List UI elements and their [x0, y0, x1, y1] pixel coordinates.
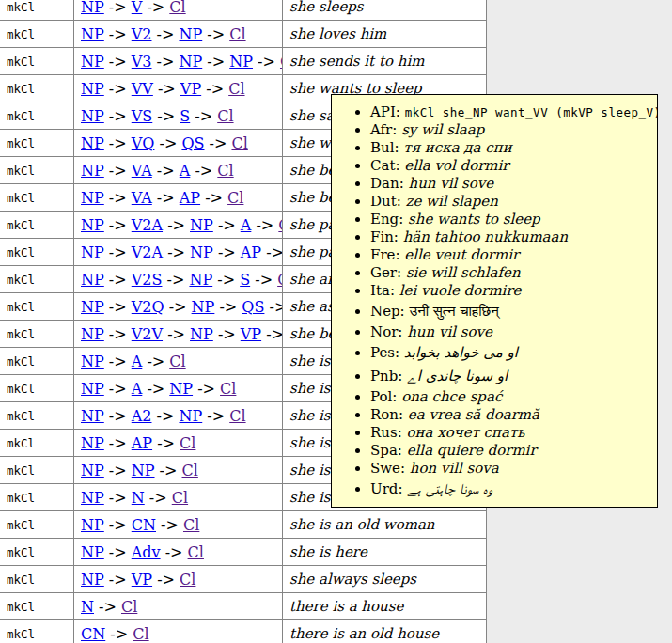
category-link-np[interactable]: NP [81, 134, 104, 152]
category-link-np[interactable]: NP [179, 25, 202, 43]
category-link-cl[interactable]: Cl [228, 80, 244, 98]
category-link-np[interactable]: NP [81, 271, 104, 289]
category-link-cl[interactable]: Cl [220, 380, 236, 398]
category-link-v2q[interactable]: V2Q [132, 298, 164, 316]
category-link-cl[interactable]: Cl [278, 216, 282, 234]
category-link-s[interactable]: S [240, 271, 250, 289]
category-link-cl[interactable]: Cl [188, 543, 204, 561]
category-link-np[interactable]: NP [190, 216, 213, 234]
category-link-np[interactable]: NP [229, 53, 253, 71]
category-link-np[interactable]: NP [81, 353, 104, 370]
category-link-qs[interactable]: QS [242, 298, 264, 316]
category-link-np[interactable]: NP [132, 462, 155, 479]
category-link-v2v[interactable]: V2V [132, 325, 163, 343]
category-link-np[interactable]: NP [81, 80, 104, 98]
category-link-np[interactable]: NP [81, 543, 104, 561]
category-link-cl[interactable]: Cl [180, 571, 195, 588]
category-link-np[interactable]: NP [81, 162, 104, 180]
category-link-np[interactable]: NP [192, 298, 215, 316]
translation-item: Cat: ella vol dormir [370, 157, 653, 175]
example-sentence-cell: she is here [283, 539, 487, 566]
category-link-np[interactable]: NP [81, 53, 104, 71]
category-link-v3[interactable]: V3 [132, 53, 152, 71]
category-link-cl[interactable]: Cl [133, 625, 148, 643]
category-link-n[interactable]: N [132, 489, 145, 507]
category-link-adv[interactable]: Adv [132, 543, 161, 561]
category-link-np[interactable]: NP [179, 53, 202, 71]
category-link-np[interactable]: NP [81, 107, 104, 125]
category-link-vs[interactable]: VS [132, 107, 153, 125]
category-link-np[interactable]: NP [81, 325, 104, 343]
language-label: Cat: [370, 157, 400, 174]
category-link-np[interactable]: NP [81, 25, 104, 43]
category-link-cl[interactable]: Cl [229, 407, 245, 425]
category-link-vp[interactable]: VP [241, 325, 261, 343]
category-link-qs[interactable]: QS [181, 134, 204, 152]
category-link-vp[interactable]: VP [132, 571, 152, 588]
category-link-cl[interactable]: Cl [182, 462, 198, 479]
category-link-np[interactable]: NP [81, 189, 104, 207]
category-link-cl[interactable]: Cl [217, 107, 233, 125]
category-link-cl[interactable]: Cl [277, 271, 282, 289]
category-link-np[interactable]: NP [81, 216, 104, 234]
category-link-np[interactable]: NP [190, 243, 213, 261]
category-link-v[interactable]: V [132, 0, 143, 16]
category-link-ap[interactable]: AP [180, 189, 200, 207]
category-link-np[interactable]: NP [81, 298, 104, 316]
category-link-vv[interactable]: VV [132, 80, 153, 98]
category-link-cl[interactable]: Cl [180, 434, 195, 452]
category-link-cl[interactable]: Cl [172, 489, 188, 507]
arrow-separator: -> [214, 298, 242, 316]
category-link-np[interactable]: NP [81, 462, 104, 479]
category-link-cn[interactable]: CN [81, 625, 105, 643]
category-link-cl[interactable]: Cl [121, 598, 137, 616]
category-link-np[interactable]: NP [81, 407, 104, 425]
translation-item: Ita: lei vuole dormire [370, 282, 653, 300]
category-link-np[interactable]: NP [81, 0, 104, 16]
category-link-np[interactable]: NP [179, 407, 202, 425]
category-link-np[interactable]: NP [81, 434, 104, 452]
translation-item: Fin: hän tahtoo nukkumaan [370, 228, 653, 246]
category-link-va[interactable]: VA [132, 189, 152, 207]
category-link-s[interactable]: S [180, 107, 190, 125]
table-row: mkCl N -> Cl there is a house [0, 593, 487, 620]
category-link-cl[interactable]: Cl [227, 189, 243, 207]
category-link-np[interactable]: NP [81, 489, 104, 507]
category-link-cl[interactable]: Cl [217, 162, 233, 180]
category-link-ap[interactable]: AP [132, 434, 152, 452]
category-link-v2s[interactable]: V2S [132, 271, 163, 289]
category-link-cl[interactable]: Cl [169, 353, 185, 370]
category-link-ap[interactable]: AP [241, 243, 261, 261]
category-link-a[interactable]: A [132, 353, 143, 370]
category-link-n[interactable]: N [81, 598, 94, 616]
category-link-cl[interactable]: Cl [183, 516, 199, 534]
translation-text: ella quiere dormir [407, 442, 537, 459]
category-link-np[interactable]: NP [169, 380, 193, 398]
category-link-vp[interactable]: VP [180, 80, 201, 98]
category-link-v2[interactable]: V2 [132, 25, 152, 43]
category-link-a2[interactable]: A2 [132, 407, 152, 425]
category-link-vq[interactable]: VQ [132, 134, 155, 152]
category-link-a[interactable]: A [180, 162, 191, 180]
category-link-np[interactable]: NP [81, 243, 104, 261]
category-link-np[interactable]: NP [190, 325, 213, 343]
category-link-v2a[interactable]: V2A [132, 216, 163, 234]
category-link-a[interactable]: A [241, 216, 252, 234]
arrow-separator: -> [104, 462, 132, 479]
arrow-separator: -> [104, 298, 132, 316]
category-link-cl[interactable]: Cl [229, 25, 245, 43]
category-link-np[interactable]: NP [81, 571, 104, 588]
category-link-va[interactable]: VA [132, 162, 152, 180]
category-link-a[interactable]: A [132, 380, 143, 398]
language-label: Dan: [370, 175, 404, 192]
category-link-cl[interactable]: Cl [169, 0, 185, 16]
language-label: Spa: [370, 442, 402, 459]
category-link-np[interactable]: NP [189, 271, 212, 289]
category-link-np[interactable]: NP [81, 380, 104, 398]
category-link-v2a[interactable]: V2A [132, 243, 163, 261]
category-link-cl[interactable]: Cl [231, 134, 247, 152]
category-link-cn[interactable]: CN [132, 516, 156, 534]
function-name-cell: mkCl [0, 266, 74, 293]
category-link-np[interactable]: NP [81, 516, 104, 534]
language-label: API: [370, 103, 400, 120]
